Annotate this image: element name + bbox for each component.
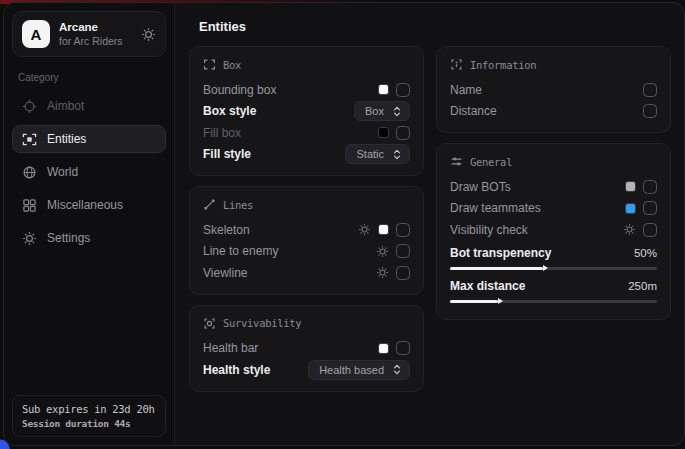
setting-label: Box style — [203, 104, 354, 118]
chevron-updown-icon — [392, 105, 402, 118]
sidebar-item-aimbot[interactable]: Aimbot — [12, 92, 166, 120]
color-swatch[interactable] — [378, 127, 389, 138]
bot-transparency-slider[interactable] — [450, 267, 657, 270]
sidebar-item-entities[interactable]: Entities — [12, 125, 166, 153]
setting-row-fill-box: Fill box — [203, 122, 410, 144]
sidebar-item-miscellaneous[interactable]: Miscellaneous — [12, 191, 166, 219]
gear-icon[interactable] — [358, 223, 371, 236]
slider-group-bot-transparency: Bot transpenency 50% — [450, 243, 657, 270]
setting-label: Distance — [450, 104, 643, 118]
distance-checkbox[interactable] — [643, 104, 657, 118]
sidebar-item-settings[interactable]: Settings — [12, 224, 166, 252]
visibility-check-checkbox[interactable] — [643, 223, 657, 237]
color-swatch[interactable] — [625, 181, 636, 192]
sidebar-item-world[interactable]: World — [12, 158, 166, 186]
setting-label: Bot transpenency — [450, 246, 634, 260]
app-header-card: A Arcane for Arc Riders — [12, 11, 166, 57]
session-duration-text: Session duration 44s — [22, 418, 156, 429]
setting-row-bounding-box: Bounding box — [203, 79, 410, 101]
gear-icon — [22, 231, 37, 246]
gear-icon[interactable] — [376, 266, 389, 279]
chevron-updown-icon — [392, 148, 402, 161]
dropdown-value: Static — [356, 148, 384, 160]
gear-icon[interactable] — [376, 245, 389, 258]
panel-header-label: General — [470, 156, 512, 168]
setting-row-box-style: Box style Box — [203, 101, 410, 123]
setting-row-visibility-check: Visibility check — [450, 219, 657, 241]
subscription-info-card: Sub expires in 23d 20h Session duration … — [12, 395, 166, 437]
health-bar-checkbox[interactable] — [396, 341, 410, 355]
name-checkbox[interactable] — [643, 83, 657, 97]
setting-label: Bounding box — [203, 83, 378, 97]
setting-row-draw-teammates: Draw teammates — [450, 198, 657, 220]
app-subtitle: for Arc Riders — [59, 35, 132, 48]
setting-row-health-bar: Health bar — [203, 338, 410, 360]
setting-label: Viewline — [203, 266, 376, 280]
fill-style-dropdown[interactable]: Static — [345, 144, 410, 164]
draw-bots-checkbox[interactable] — [643, 180, 657, 194]
survivability-icon — [203, 317, 216, 330]
setting-row-distance: Distance — [450, 101, 657, 123]
chevron-updown-icon — [392, 363, 402, 376]
color-swatch[interactable] — [625, 203, 636, 214]
panel-header-label: Information — [470, 59, 536, 71]
health-style-dropdown[interactable]: Health based — [308, 360, 410, 380]
setting-row-draw-bots: Draw BOTs — [450, 176, 657, 198]
panel-box: Box Bounding box Box style Box — [189, 46, 424, 176]
slider-fill[interactable] — [450, 300, 498, 303]
setting-label: Fill style — [203, 147, 345, 161]
sidebar-item-label: Aimbot — [47, 99, 84, 113]
color-swatch[interactable] — [378, 343, 389, 354]
app-title: Arcane — [59, 21, 132, 35]
gear-icon[interactable] — [141, 27, 156, 42]
setting-label: Draw BOTs — [450, 180, 625, 194]
sliders-icon — [450, 155, 463, 168]
setting-row-line-to-enemy: Line to enemy — [203, 241, 410, 263]
line-icon — [203, 198, 216, 211]
grid-icon — [22, 198, 37, 213]
viewline-checkbox[interactable] — [396, 266, 410, 280]
draw-teammates-checkbox[interactable] — [643, 201, 657, 215]
box-style-dropdown[interactable]: Box — [354, 101, 410, 121]
bounding-box-checkbox[interactable] — [396, 83, 410, 97]
slider-group-max-distance: Max distance 250m — [450, 276, 657, 303]
gear-icon[interactable] — [623, 223, 636, 236]
setting-row-fill-style: Fill style Static — [203, 144, 410, 166]
line-to-enemy-checkbox[interactable] — [396, 244, 410, 258]
main-content: Entities Box Bounding box — [175, 3, 684, 445]
panel-header-label: Lines — [223, 199, 253, 211]
skeleton-checkbox[interactable] — [396, 223, 410, 237]
app-logo: A — [22, 20, 50, 48]
page-title: Entities — [199, 19, 671, 34]
setting-label: Max distance — [450, 279, 628, 293]
max-distance-slider[interactable] — [450, 300, 657, 303]
sub-expiry-text: Sub expires in 23d 20h — [22, 403, 156, 415]
setting-row-health-style: Health style Health based — [203, 359, 410, 381]
setting-label: Line to enemy — [203, 244, 376, 258]
panel-survivability: Survivability Health bar Health style — [189, 305, 424, 392]
panel-information: Information Name Distance — [436, 46, 671, 133]
setting-label: Name — [450, 83, 643, 97]
setting-row-skeleton: Skeleton — [203, 219, 410, 241]
sidebar-nav: Aimbot Entities World Miscellaneous Sett… — [12, 92, 166, 252]
globe-icon — [22, 165, 37, 180]
slider-value: 250m — [628, 280, 657, 292]
sidebar-item-label: Settings — [47, 231, 90, 245]
setting-label: Draw teammates — [450, 201, 625, 215]
setting-label: Visibility check — [450, 223, 623, 237]
sidebar-item-label: Miscellaneous — [47, 198, 123, 212]
fill-box-checkbox[interactable] — [396, 126, 410, 140]
box-corners-icon — [203, 58, 216, 71]
slider-fill[interactable] — [450, 267, 543, 270]
crosshair-icon — [22, 99, 37, 114]
slider-value: 50% — [634, 247, 657, 259]
panel-header-label: Survivability — [223, 317, 301, 329]
color-swatch[interactable] — [378, 224, 389, 235]
color-swatch[interactable] — [378, 84, 389, 95]
app-window: A Arcane for Arc Riders Category Aimbot … — [3, 2, 685, 446]
information-icon — [450, 58, 463, 71]
scan-box-icon — [22, 132, 37, 147]
setting-label: Skeleton — [203, 223, 358, 237]
setting-row-viewline: Viewline — [203, 262, 410, 284]
panel-general: General Draw BOTs Draw teammates — [436, 143, 671, 320]
